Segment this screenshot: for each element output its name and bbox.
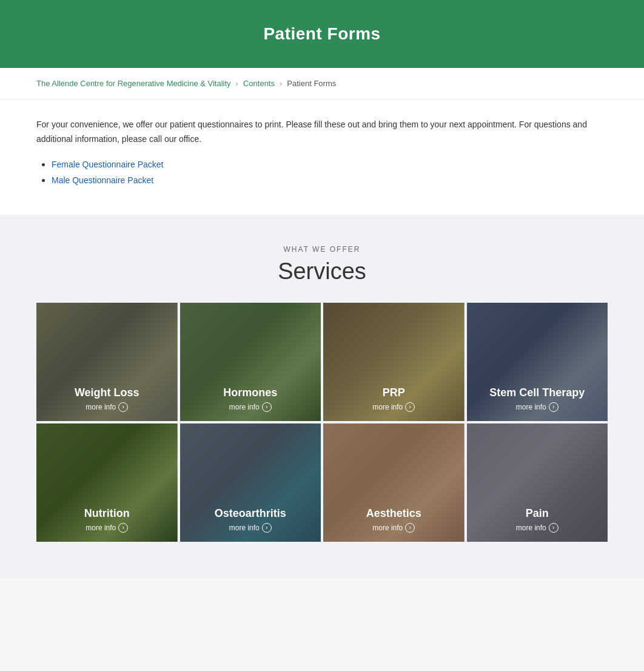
service-card-hormones[interactable]: Hormonesmore info ›	[180, 303, 321, 421]
more-info-label: more info	[86, 403, 116, 411]
service-card-stem-cell[interactable]: Stem Cell Therapymore info ›	[467, 303, 608, 421]
service-card-nutrition[interactable]: Nutritionmore info ›	[36, 423, 178, 542]
service-overlay-nutrition: Nutritionmore info ›	[36, 498, 178, 542]
breadcrumb-section: The Allende Centre for Regenerative Medi…	[0, 68, 644, 99]
services-label: WHAT WE OFFER	[36, 245, 608, 254]
more-info-label: more info	[372, 524, 403, 532]
service-name-pain: Pain	[476, 507, 599, 520]
breadcrumb-sep-2: ›	[280, 79, 282, 88]
more-info-icon: ›	[549, 523, 558, 533]
content-description: For your convenience, we offer our patie…	[36, 118, 608, 147]
service-card-prp[interactable]: PRPmore info ›	[323, 303, 465, 421]
more-info-icon: ›	[118, 402, 128, 412]
breadcrumb-sep-1: ›	[236, 79, 238, 88]
more-info-icon: ›	[262, 523, 272, 533]
more-info-icon: ›	[405, 523, 415, 533]
breadcrumb-home[interactable]: The Allende Centre for Regenerative Medi…	[36, 79, 231, 88]
breadcrumb-parent[interactable]: Contents	[243, 79, 275, 88]
service-name-hormones: Hormones	[189, 386, 312, 399]
more-info-label: more info	[229, 403, 260, 411]
links-list: Female Questionnaire Packet Male Questio…	[36, 159, 608, 186]
more-info-label: more info	[516, 403, 546, 411]
service-more-info-osteoarthritis[interactable]: more info ›	[189, 523, 312, 533]
more-info-icon: ›	[405, 402, 415, 412]
service-overlay-pain: Painmore info ›	[467, 498, 608, 542]
list-item: Male Questionnaire Packet	[52, 175, 608, 186]
services-title: Services	[36, 258, 608, 285]
service-overlay-aesthetics: Aestheticsmore info ›	[323, 498, 465, 542]
services-section: WHAT WE OFFER Services Weight Lossmore i…	[0, 215, 644, 578]
service-name-weight-loss: Weight Loss	[45, 386, 169, 399]
service-card-aesthetics[interactable]: Aestheticsmore info ›	[323, 423, 465, 542]
service-more-info-pain[interactable]: more info ›	[476, 523, 599, 533]
service-more-info-nutrition[interactable]: more info ›	[45, 523, 169, 533]
service-overlay-prp: PRPmore info ›	[323, 377, 465, 421]
service-name-nutrition: Nutrition	[45, 507, 169, 520]
service-overlay-osteoarthritis: Osteoarthritismore info ›	[180, 498, 321, 542]
more-info-icon: ›	[118, 523, 128, 533]
service-card-pain[interactable]: Painmore info ›	[467, 423, 608, 542]
more-info-icon: ›	[262, 402, 272, 412]
service-overlay-weight-loss: Weight Lossmore info ›	[36, 377, 178, 421]
service-more-info-weight-loss[interactable]: more info ›	[45, 402, 169, 412]
breadcrumb-current: Patient Forms	[287, 79, 336, 88]
service-overlay-hormones: Hormonesmore info ›	[180, 377, 321, 421]
female-questionnaire-link[interactable]: Female Questionnaire Packet	[52, 160, 163, 169]
page-header: Patient Forms	[0, 0, 644, 68]
service-name-osteoarthritis: Osteoarthritis	[189, 507, 312, 520]
male-questionnaire-link[interactable]: Male Questionnaire Packet	[52, 175, 153, 185]
content-section: For your convenience, we offer our patie…	[0, 99, 644, 215]
more-info-label: more info	[229, 524, 260, 532]
more-info-label: more info	[372, 403, 403, 411]
breadcrumb: The Allende Centre for Regenerative Medi…	[36, 79, 608, 88]
service-overlay-stem-cell: Stem Cell Therapymore info ›	[467, 377, 608, 421]
service-name-stem-cell: Stem Cell Therapy	[476, 386, 599, 399]
service-card-weight-loss[interactable]: Weight Lossmore info ›	[36, 303, 178, 421]
more-info-icon: ›	[549, 402, 558, 412]
service-more-info-hormones[interactable]: more info ›	[189, 402, 312, 412]
list-item: Female Questionnaire Packet	[52, 159, 608, 170]
service-name-aesthetics: Aesthetics	[332, 507, 455, 520]
service-more-info-prp[interactable]: more info ›	[332, 402, 455, 412]
more-info-label: more info	[86, 524, 116, 532]
more-info-label: more info	[516, 524, 546, 532]
page-title: Patient Forms	[12, 24, 632, 44]
service-more-info-stem-cell[interactable]: more info ›	[476, 402, 599, 412]
service-card-osteoarthritis[interactable]: Osteoarthritismore info ›	[180, 423, 321, 542]
services-grid: Weight Lossmore info ›Hormonesmore info …	[36, 303, 608, 542]
service-name-prp: PRP	[332, 386, 455, 399]
service-more-info-aesthetics[interactable]: more info ›	[332, 523, 455, 533]
